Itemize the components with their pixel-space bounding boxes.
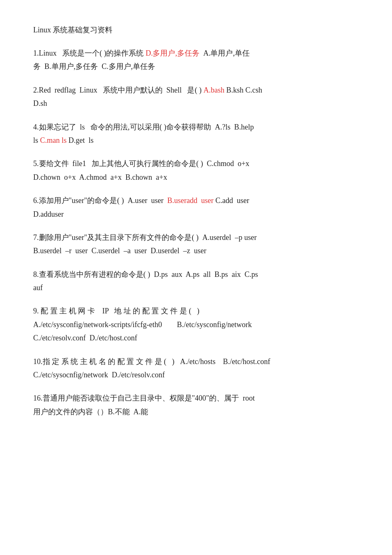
q2-answer: A.bash [203,86,224,94]
q8-text: 8.查看系统当中所有进程的命令是( ) D.ps aux A.ps all B.… [33,270,258,292]
question-8: 8.查看系统当中所有进程的命令是( ) D.ps aux A.ps all B.… [33,268,359,295]
question-7: 7.删除用户"user"及其主目录下所有文件的命令是( ) A.userdel … [33,231,359,258]
q6-text-normal: 6.添加用户"user"的命令是( ) A.user user [33,196,167,205]
question-4: 4.如果忘记了 ls 命令的用法,可以采用( )命令获得帮助 A.?ls B.h… [33,120,359,147]
page-title: Linux 系统基础复习资料 [33,25,359,35]
q9-text: 9. 配 置 主 机 网 卡 IP 地 址 的 配 置 文 件 是 ( )A./… [33,307,252,342]
q6-answer: B.useradd user [167,196,213,205]
question-16: 16.普通用户能否读取位于自己主目录中、权限是"400"的、属于 root用户的… [33,391,359,418]
q2-text-normal: 2.Red redflag Linux 系统中用户默认的 Shell 是( ) [33,86,203,94]
question-10: 10.指 定 系 统 主 机 名 的 配 置 文 件 是 ( ) A./etc/… [33,355,359,382]
q10-text: 10.指 定 系 统 主 机 名 的 配 置 文 件 是 ( ) A./etc/… [33,357,270,379]
question-1: 1.Linux 系统是一个( )的操作系统 D.多用户,多任务 A.单用户,单任… [33,46,359,73]
question-5: 5.要给文件 file1 加上其他人可执行属性的命令是( ) C.chmod o… [33,157,359,184]
question-2: 2.Red redflag Linux 系统中用户默认的 Shell 是( ) … [33,83,359,110]
q1-text-normal: 1.Linux 系统是一个( )的操作系统 [33,49,146,57]
q1-answer: D.多用户,多任务 [146,49,200,57]
q4-answer: C.man ls [40,136,67,144]
question-9: 9. 配 置 主 机 网 卡 IP 地 址 的 配 置 文 件 是 ( )A./… [33,304,359,345]
page-container: Linux 系统基础复习资料 1.Linux 系统是一个( )的操作系统 D.多… [33,25,359,418]
q5-text: 5.要给文件 file1 加上其他人可执行属性的命令是( ) C.chmod o… [33,159,249,181]
q4-options: D.get ls [67,136,94,144]
question-6: 6.添加用户"user"的命令是( ) A.user user B.userad… [33,194,359,221]
q16-text: 16.普通用户能否读取位于自己主目录中、权限是"400"的、属于 root用户的… [33,394,255,416]
q7-text: 7.删除用户"user"及其主目录下所有文件的命令是( ) A.userdel … [33,233,257,255]
